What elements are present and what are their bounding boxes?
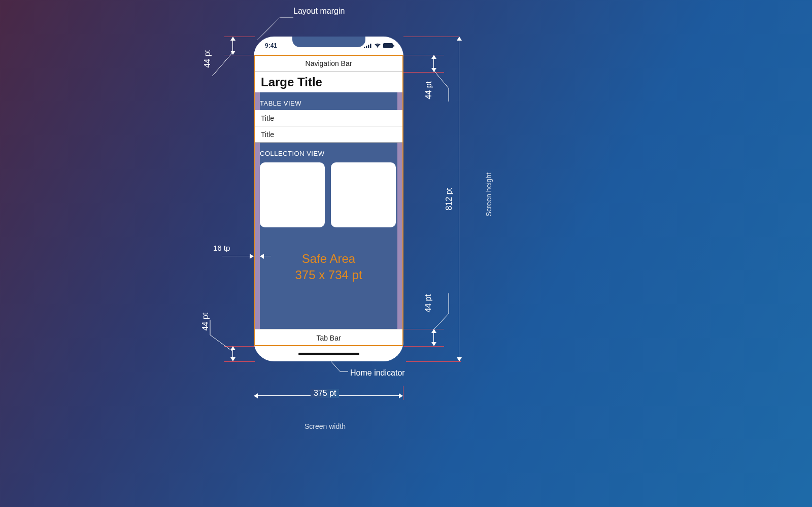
tab-bar: Tab Bar (254, 329, 403, 346)
guide-line (403, 386, 403, 400)
wifi-icon (374, 43, 381, 48)
arrow-head-icon (250, 254, 254, 259)
guide-line (224, 37, 255, 37)
collection-card (260, 162, 325, 227)
svg-rect-3 (370, 44, 371, 48)
arrow-head-icon (230, 37, 235, 41)
safe-area-dimensions: 375 x 734 pt (254, 268, 403, 282)
large-title: Large Title (254, 72, 403, 92)
status-icons (364, 43, 394, 48)
screen-height-value: 812 pt (445, 188, 454, 210)
phone-frame: 9:41 Navigation Bar Large Title TABLE VI… (254, 37, 403, 361)
navigation-bar: Navigation Bar (254, 55, 403, 72)
svg-rect-4 (383, 43, 393, 48)
safe-area-title: Safe Area (254, 252, 403, 266)
phone-notch (291, 37, 367, 49)
dimension-leader (433, 70, 459, 106)
guide-line (403, 37, 459, 37)
guide-line (224, 361, 255, 362)
table-view-header: TABLE VIEW (254, 92, 403, 110)
guide-line (403, 346, 444, 347)
safe-area-content: Navigation Bar Large Title TABLE VIEW Ti… (254, 55, 403, 346)
battery-icon (383, 43, 394, 48)
arrow-head-icon (457, 357, 462, 361)
side-margin-label: 16 tp (213, 244, 230, 252)
safe-area-label: Safe Area 375 x 734 pt (254, 252, 403, 282)
svg-rect-0 (364, 47, 365, 48)
screen-height-label: Screen height (485, 173, 493, 216)
home-indicator-area (254, 346, 403, 361)
layout-margin-label: Layout margin (293, 7, 345, 16)
collection-view-header: COLLECTION VIEW (254, 143, 403, 160)
dimension-arrow (459, 41, 459, 357)
svg-rect-1 (366, 46, 367, 48)
arrow-head-icon (254, 393, 258, 398)
table-row: Title (254, 110, 403, 126)
arrow-head-icon (230, 357, 235, 361)
home-indicator (298, 353, 359, 355)
guide-line (406, 361, 461, 362)
collection-card (331, 162, 396, 227)
svg-rect-2 (368, 45, 369, 48)
screen-width-value: 375 pt (311, 389, 339, 398)
arrow-head-icon (457, 37, 462, 41)
arrow-head-icon (431, 342, 436, 346)
dimension-arrow (222, 256, 251, 256)
dimension-leader (431, 293, 457, 334)
arrow-head-icon (399, 393, 403, 398)
guide-line (403, 55, 444, 55)
svg-rect-5 (393, 45, 394, 47)
table-row: Title (254, 126, 403, 143)
dimension-arrow (433, 58, 434, 69)
collection-view (254, 160, 403, 227)
screen-width-label: Screen width (304, 422, 346, 430)
arrow-head-icon (431, 55, 436, 59)
dimension-leader (210, 53, 235, 83)
dimension-leader (208, 320, 239, 355)
status-time: 9:41 (263, 42, 277, 49)
nav-bar-height-label: 44 pt (424, 81, 433, 99)
dimension-arrow (232, 40, 233, 52)
